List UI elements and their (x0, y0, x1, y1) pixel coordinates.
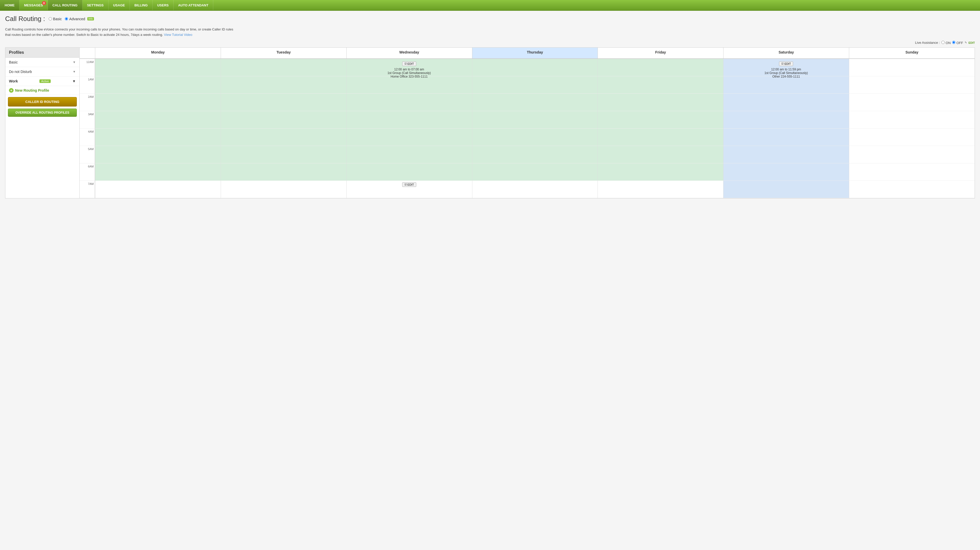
cal-cell-fri-3am (598, 111, 723, 129)
basic-radio-label[interactable]: Basic (49, 17, 62, 21)
cal-cell-fri-12am (598, 59, 723, 76)
cal-cell-mon-4am (95, 129, 221, 146)
cal-cell-thu-6am (472, 163, 598, 181)
sidebar-item-work[interactable]: Work Active ▼ (5, 77, 80, 86)
cal-cell-sun-12am (849, 59, 975, 76)
new-routing-label: New Routing Profile (15, 88, 49, 92)
cal-cell-sun-5am (849, 146, 975, 163)
cal-cell-thu-7am (472, 181, 598, 198)
cal-cell-tue-7am (221, 181, 346, 198)
cal-cell-fri-7am (598, 181, 723, 198)
calendar-area: Monday Tuesday Wednesday Thursday Friday… (80, 48, 975, 198)
cal-cell-mon-5am (95, 146, 221, 163)
second-edit-checkbox-icon: ☑ (404, 183, 407, 186)
plus-circle-icon: + (9, 88, 14, 93)
info-badge[interactable]: Info (87, 17, 94, 21)
nav-settings-label: SETTINGS (87, 3, 104, 7)
saturday-label: Saturday (778, 50, 794, 54)
time-12am: 12AM (80, 59, 95, 76)
cal-cell-mon-12am (95, 59, 221, 76)
day-header-tuesday: Tuesday (221, 48, 346, 58)
basic-label: Basic (53, 17, 62, 21)
cal-cell-mon-1am (95, 76, 221, 94)
second-edit-btn[interactable]: ☑ EDIT (402, 182, 416, 187)
cal-cell-tue-6am (221, 163, 346, 181)
cal-cell-fri-1am (598, 76, 723, 94)
cal-cell-thu-12am (472, 59, 598, 76)
cal-cell-sat-4am (723, 129, 849, 146)
nav-users[interactable]: USERS (153, 0, 173, 10)
cal-cell-wed-1am (346, 76, 472, 94)
advanced-radio[interactable] (65, 17, 68, 21)
advanced-label: Advanced (69, 17, 85, 21)
advanced-radio-label[interactable]: Advanced Info (65, 17, 94, 21)
cal-cell-thu-5am (472, 146, 598, 163)
live-assist-on-radio[interactable] (941, 41, 945, 44)
green-edit-btn[interactable]: ☑ EDIT (402, 61, 416, 66)
time-6am: 6AM (80, 163, 95, 181)
cal-cell-thu-3am (472, 111, 598, 129)
nav-auto-attendant-label: AUTO ATTENDANT (178, 3, 208, 7)
live-assist-on-label[interactable]: ON (941, 41, 951, 45)
monday-label: Monday (151, 50, 165, 54)
tutorial-video-link[interactable]: View Tutorial Video (164, 33, 192, 37)
cal-cell-mon-2am (95, 94, 221, 111)
page-header: Call Routing : Basic Advanced Info (5, 15, 975, 23)
wednesday-label: Wednesday (399, 50, 419, 54)
live-assist-edit-label[interactable]: EDIT (969, 41, 975, 44)
day-headers: Monday Tuesday Wednesday Thursday Friday… (80, 48, 975, 59)
cal-cell-sun-7am (849, 181, 975, 198)
cal-cell-fri-6am (598, 163, 723, 181)
blue-edit-btn[interactable]: ☑ EDIT (779, 61, 793, 66)
day-header-friday: Friday (598, 48, 723, 58)
nav-auto-attendant[interactable]: AUTO ATTENDANT (173, 0, 213, 10)
nav-usage[interactable]: USAGE (108, 0, 130, 10)
nav-call-routing[interactable]: CALL ROUTING (48, 0, 83, 10)
cal-cell-sun-6am (849, 163, 975, 181)
cal-cell-sat-1am (723, 76, 849, 94)
new-routing-profile-button[interactable]: + New Routing Profile (5, 86, 80, 95)
cal-cell-sat-5am (723, 146, 849, 163)
day-header-wednesday: Wednesday (346, 48, 472, 58)
nav-messages[interactable]: MESSAGES 0 (19, 0, 48, 10)
thursday-label: Thursday (527, 50, 543, 54)
sidebar-item-basic[interactable]: Basic ▼ (5, 57, 80, 67)
blue-edit-label: EDIT (784, 62, 791, 65)
basic-item-label: Basic (9, 60, 18, 64)
cal-cell-fri-5am (598, 146, 723, 163)
day-header-saturday: Saturday (723, 48, 849, 58)
time-5am: 5AM (80, 146, 95, 163)
override-all-profiles-button[interactable]: OVERRIDE ALL ROUTING PROFILES (8, 108, 77, 117)
nav-home-label: HOME (5, 3, 14, 7)
cal-cell-wed-3am (346, 111, 472, 129)
caller-id-routing-button[interactable]: CALLER ID ROUTING (8, 97, 77, 107)
blue-edit-checkbox-icon: ☑ (781, 62, 784, 65)
basic-radio[interactable] (49, 17, 52, 21)
cal-cell-thu-2am (472, 94, 598, 111)
cal-cell-mon-7am (95, 181, 221, 198)
nav-billing[interactable]: BILLING (130, 0, 153, 10)
main-layout: Profiles Basic ▼ Do not Disturb ▼ Work A… (5, 47, 975, 198)
live-assist-bar: Live Assistance : ON OFF ✎ EDIT (5, 41, 975, 45)
cal-cell-tue-12am (221, 59, 346, 76)
nav-messages-label: MESSAGES (24, 3, 43, 7)
page-title: Call Routing : (5, 15, 45, 23)
messages-badge: 0 (42, 1, 46, 5)
time-column-header (80, 48, 95, 58)
live-assist-label: Live Assistance : (915, 41, 940, 45)
live-assist-off-text: OFF (956, 41, 963, 45)
nav-home[interactable]: HOME (0, 0, 19, 10)
time-grid: 12AM 1AM (80, 59, 975, 198)
nav-settings[interactable]: SETTINGS (83, 0, 108, 10)
work-chevron-icon: ▼ (72, 79, 76, 83)
cal-cell-wed-4am (346, 129, 472, 146)
sidebar: Profiles Basic ▼ Do not Disturb ▼ Work A… (5, 48, 80, 198)
cal-cell-fri-2am (598, 94, 723, 111)
basic-chevron-icon: ▼ (73, 61, 76, 64)
day-header-monday: Monday (95, 48, 221, 58)
live-assist-off-label[interactable]: OFF (952, 41, 963, 45)
sidebar-item-do-not-disturb[interactable]: Do not Disturb ▼ (5, 67, 80, 77)
cal-cell-tue-3am (221, 111, 346, 129)
nav-usage-label: USAGE (113, 3, 125, 7)
live-assist-off-radio[interactable] (952, 41, 955, 44)
